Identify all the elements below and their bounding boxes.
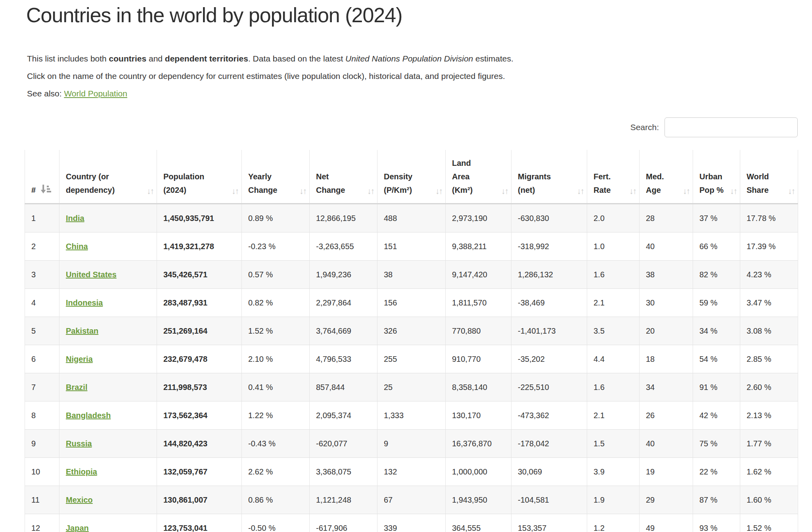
col-header-density[interactable]: Density (P/Km²)↓↑ xyxy=(377,150,446,204)
sort-arrows-icon[interactable]: ↓↑ xyxy=(435,187,442,195)
table-row: 12Japan123,753,041-0.50 %-617,906339364,… xyxy=(25,514,798,532)
search-label: Search: xyxy=(630,123,659,132)
sort-arrows-icon[interactable]: ↓↑ xyxy=(501,187,508,195)
col-header-label: Yearly Change xyxy=(248,172,277,194)
col-header-world_share[interactable]: World Share↓↑ xyxy=(740,150,798,204)
cell-med_age: 20 xyxy=(640,317,693,345)
world-population-link[interactable]: World Population xyxy=(64,89,127,98)
cell-land_area: 130,170 xyxy=(446,401,511,430)
col-header-med_age[interactable]: Med. Age↓↑ xyxy=(640,150,693,204)
sort-amount-asc-icon[interactable] xyxy=(40,184,51,194)
cell-rank: 3 xyxy=(25,261,59,289)
sort-arrows-icon[interactable]: ↓↑ xyxy=(577,187,584,195)
table-row: 10Ethiopia132,059,7672.62 %3,368,0751321… xyxy=(25,458,798,486)
cell-urban_pop: 93 % xyxy=(693,514,740,532)
cell-rank: 4 xyxy=(25,289,59,317)
country-link[interactable]: Bangladesh xyxy=(66,411,111,420)
sort-arrows-icon[interactable]: ↓↑ xyxy=(147,187,153,195)
cell-rank: 8 xyxy=(25,401,59,430)
cell-med_age: 34 xyxy=(640,373,693,401)
cell-migrants: 1,286,132 xyxy=(511,261,587,289)
country-link[interactable]: Brazil xyxy=(66,383,87,392)
col-header-migrants[interactable]: Migrants (net)↓↑ xyxy=(511,150,587,204)
intro-segment-bold: dependent territories xyxy=(165,54,248,63)
country-link[interactable]: Pakistan xyxy=(66,326,98,335)
cell-yearly_change: -0.50 % xyxy=(242,514,310,532)
cell-med_age: 49 xyxy=(640,514,693,532)
cell-land_area: 910,770 xyxy=(446,345,511,373)
cell-land_area: 8,358,140 xyxy=(446,373,511,401)
cell-urban_pop: 54 % xyxy=(693,345,740,373)
country-link[interactable]: Nigeria xyxy=(66,355,93,363)
search-row: Search: xyxy=(25,117,798,137)
intro-segment: and xyxy=(146,54,165,63)
cell-population: 345,426,571 xyxy=(157,261,242,289)
cell-yearly_change: 0.57 % xyxy=(242,261,310,289)
col-header-land_area[interactable]: Land Area (Km²)↓↑ xyxy=(446,150,511,204)
cell-med_age: 38 xyxy=(640,261,693,289)
cell-population: 144,820,423 xyxy=(157,430,242,458)
cell-med_age: 19 xyxy=(640,458,693,486)
cell-net_change: 2,297,864 xyxy=(310,289,377,317)
cell-rank: 11 xyxy=(25,486,59,514)
sort-arrows-icon[interactable]: ↓↑ xyxy=(730,187,737,195)
col-header-urban_pop[interactable]: Urban Pop %↓↑ xyxy=(693,150,740,204)
country-link[interactable]: Indonesia xyxy=(66,298,103,307)
col-header-fert_rate[interactable]: Fert. Rate↓↑ xyxy=(587,150,640,204)
country-link[interactable]: United States xyxy=(66,270,117,279)
cell-fert_rate: 1.9 xyxy=(587,486,640,514)
sort-arrows-icon[interactable]: ↓↑ xyxy=(629,187,636,195)
cell-urban_pop: 22 % xyxy=(693,458,740,486)
cell-density: 326 xyxy=(377,317,446,345)
cell-fert_rate: 1.2 xyxy=(587,514,640,532)
country-link[interactable]: Japan xyxy=(66,524,89,532)
cell-density: 9 xyxy=(377,430,446,458)
col-header-net_change[interactable]: Net Change↓↑ xyxy=(310,150,377,204)
col-header-population[interactable]: Population (2024)↓↑ xyxy=(157,150,242,204)
country-link[interactable]: India xyxy=(66,214,84,223)
intro-line-1: This list includes both countries and de… xyxy=(27,50,798,67)
table-header: #Country (or dependency)↓↑Population (20… xyxy=(25,150,798,204)
cell-country: Brazil xyxy=(59,373,157,401)
cell-net_change: 1,121,248 xyxy=(310,486,377,514)
col-header-rank[interactable]: # xyxy=(25,150,59,204)
col-header-country[interactable]: Country (or dependency)↓↑ xyxy=(59,150,157,204)
cell-migrants: -104,581 xyxy=(511,486,587,514)
table-row: 3United States345,426,5710.57 %1,949,236… xyxy=(25,261,798,289)
country-link[interactable]: Mexico xyxy=(66,496,93,504)
cell-urban_pop: 37 % xyxy=(693,204,740,232)
cell-country: China xyxy=(59,232,157,261)
cell-net_change: 4,796,533 xyxy=(310,345,377,373)
cell-net_change: -617,906 xyxy=(310,514,377,532)
table-row: 6Nigeria232,679,4782.10 %4,796,533255910… xyxy=(25,345,798,373)
sort-arrows-icon[interactable]: ↓↑ xyxy=(299,187,306,195)
search-input[interactable] xyxy=(665,117,798,137)
cell-country: Bangladesh xyxy=(59,401,157,430)
col-header-label: Land Area (Km²) xyxy=(452,159,473,194)
cell-yearly_change: -0.23 % xyxy=(242,232,310,261)
sort-arrows-icon[interactable]: ↓↑ xyxy=(232,187,238,195)
sort-arrows-icon[interactable]: ↓↑ xyxy=(788,187,795,195)
country-link[interactable]: Russia xyxy=(66,439,92,448)
sort-arrows-icon[interactable]: ↓↑ xyxy=(683,187,689,195)
cell-rank: 12 xyxy=(25,514,59,532)
cell-density: 488 xyxy=(377,204,446,232)
cell-population: 1,419,321,278 xyxy=(157,232,242,261)
cell-density: 339 xyxy=(377,514,446,532)
country-link[interactable]: China xyxy=(66,242,88,251)
intro-segment: This list includes both xyxy=(27,54,109,63)
intro-segment: estimates. xyxy=(473,54,513,63)
cell-migrants: -318,992 xyxy=(511,232,587,261)
cell-rank: 9 xyxy=(25,430,59,458)
see-also-line: See also: World Population xyxy=(27,85,798,102)
country-link[interactable]: Ethiopia xyxy=(66,467,97,476)
col-header-label: World Share xyxy=(747,172,769,194)
sort-arrows-icon[interactable]: ↓↑ xyxy=(367,187,374,195)
cell-migrants: -38,469 xyxy=(511,289,587,317)
cell-med_age: 30 xyxy=(640,289,693,317)
col-header-yearly_change[interactable]: Yearly Change↓↑ xyxy=(242,150,310,204)
cell-population: 232,679,478 xyxy=(157,345,242,373)
table-row: 1India1,450,935,7910.89 %12,866,1954882,… xyxy=(25,204,798,232)
cell-migrants: -35,202 xyxy=(511,345,587,373)
cell-land_area: 2,973,190 xyxy=(446,204,511,232)
